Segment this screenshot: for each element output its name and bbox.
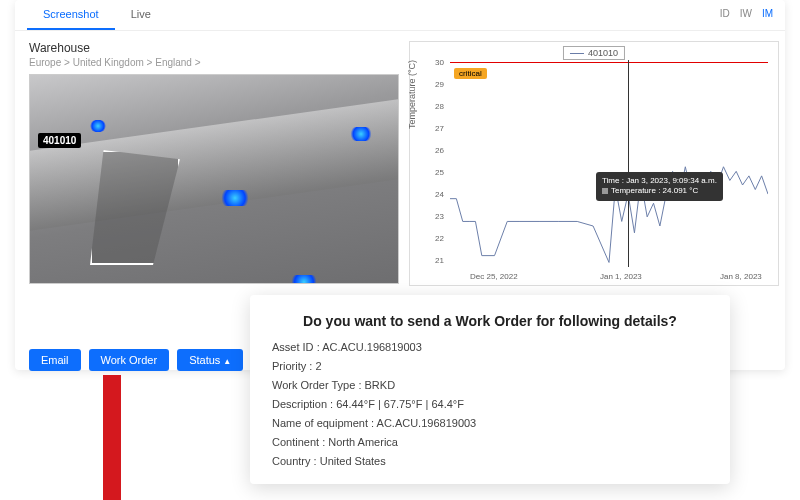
status-button[interactable]: Status▲ xyxy=(177,349,243,371)
tab-screenshot[interactable]: Screenshot xyxy=(27,0,115,30)
xtick: Jan 8, 2023 xyxy=(720,272,762,281)
work-order-modal: Do you want to send a Work Order for fol… xyxy=(250,295,730,484)
chart-legend: 401010 xyxy=(563,46,625,60)
chart-svg xyxy=(450,62,768,267)
crumb-sep: > xyxy=(192,57,201,68)
modal-row-equip: Name of equipment : AC.ACU.196819003 xyxy=(272,417,708,429)
ytick: 30 xyxy=(435,58,444,67)
xtick: Jan 1, 2023 xyxy=(600,272,642,281)
hotspot-icon xyxy=(220,190,250,206)
chart-cursor-line xyxy=(628,60,629,267)
ytick: 23 xyxy=(435,212,444,221)
ytick: 25 xyxy=(435,168,444,177)
temperature-chart[interactable]: 401010 Temperature (°C) critical Time : … xyxy=(409,41,779,286)
tooltip-temp: Temperature : 24.091 °C xyxy=(611,186,698,195)
asset-badge: 401010 xyxy=(38,133,81,148)
breadcrumb[interactable]: Europe > United Kingdom > England > xyxy=(29,57,399,68)
ytick: 26 xyxy=(435,146,444,155)
y-axis-label: Temperature (°C) xyxy=(407,59,417,128)
ytick: 21 xyxy=(435,256,444,265)
xtick: Dec 25, 2022 xyxy=(470,272,518,281)
work-order-button[interactable]: Work Order xyxy=(89,349,170,371)
chart-tooltip: Time : Jan 3, 2023, 9:09:34 a.m. Tempera… xyxy=(596,172,723,201)
ytick: 24 xyxy=(435,190,444,199)
email-button[interactable]: Email xyxy=(29,349,81,371)
tab-live[interactable]: Live xyxy=(115,0,167,30)
mode-iw[interactable]: IW xyxy=(740,8,752,22)
modal-title: Do you want to send a Work Order for fol… xyxy=(272,313,708,329)
view-mode-switch: ID IW IM xyxy=(720,0,773,30)
ytick: 22 xyxy=(435,234,444,243)
tooltip-time: Time : Jan 3, 2023, 9:09:34 a.m. xyxy=(602,176,717,186)
modal-row-asset: Asset ID : AC.ACU.196819003 xyxy=(272,341,708,353)
modal-row-type: Work Order Type : BRKD xyxy=(272,379,708,391)
modal-row-desc: Description : 64.44°F | 67.75°F | 64.4°F xyxy=(272,398,708,410)
ytick: 29 xyxy=(435,80,444,89)
detection-polygon[interactable] xyxy=(90,150,180,265)
crumb-sep: > xyxy=(144,57,155,68)
red-indicator-bar xyxy=(103,375,121,500)
mode-im[interactable]: IM xyxy=(762,8,773,22)
mode-id[interactable]: ID xyxy=(720,8,730,22)
caret-up-icon: ▲ xyxy=(223,357,231,366)
hotspot-icon xyxy=(350,127,372,141)
hotspot-icon xyxy=(90,120,106,132)
ytick: 28 xyxy=(435,102,444,111)
thermal-image[interactable]: 401010 xyxy=(29,74,399,284)
status-label: Status xyxy=(189,354,220,366)
crumb-1[interactable]: Europe xyxy=(29,57,61,68)
hotspot-icon xyxy=(290,275,318,284)
ytick: 27 xyxy=(435,124,444,133)
crumb-2[interactable]: United Kingdom xyxy=(73,57,144,68)
modal-row-continent: Continent : North America xyxy=(272,436,708,448)
crumb-sep: > xyxy=(61,57,72,68)
location-title: Warehouse xyxy=(29,41,399,55)
modal-row-country: Country : United States xyxy=(272,455,708,467)
crumb-3[interactable]: England xyxy=(155,57,192,68)
modal-row-priority: Priority : 2 xyxy=(272,360,708,372)
series-color-icon xyxy=(602,188,608,194)
